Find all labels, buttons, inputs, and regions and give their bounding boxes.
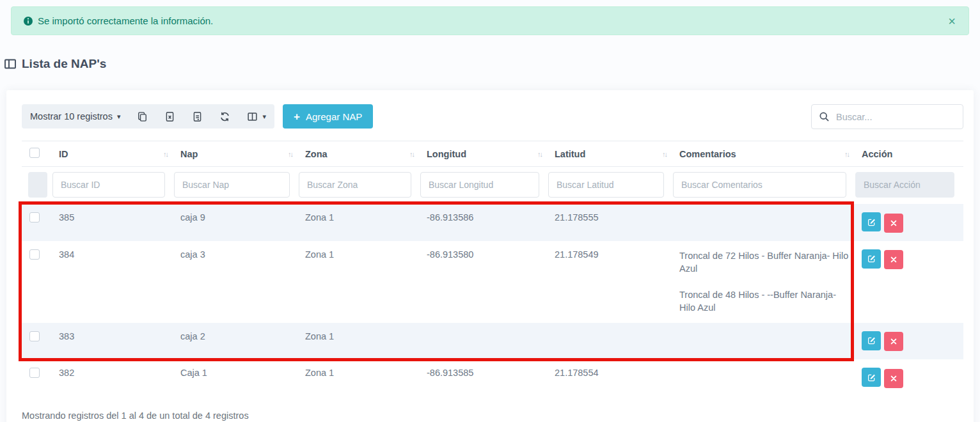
sort-icon: ↑↓ (537, 150, 542, 158)
nap-value: caja 3 (180, 249, 205, 260)
file-export-button[interactable] (184, 104, 211, 129)
zona-cell: Zona 1 (299, 323, 420, 360)
filter-blank-box (28, 172, 47, 198)
search-input[interactable] (811, 104, 963, 129)
excel-button[interactable] (156, 104, 184, 129)
search-icon (819, 111, 830, 122)
longitud-value: -86.913580 (427, 249, 473, 260)
delete-button[interactable] (884, 214, 903, 233)
delete-button[interactable] (884, 250, 903, 269)
id-cell: 385 (52, 204, 174, 241)
nap-cell: caja 9 (174, 204, 299, 241)
column-label: Comentarios (679, 149, 736, 159)
delete-button[interactable] (884, 332, 903, 351)
refresh-icon (219, 111, 230, 122)
column-header-id[interactable]: ID↑↓ (52, 141, 174, 167)
action-cell (855, 359, 963, 396)
copy-icon (137, 111, 148, 122)
latitud-cell: 21.178554 (548, 359, 673, 396)
latitud-value: 21.178549 (555, 249, 599, 260)
latitud-cell: 21.178549 (548, 241, 673, 323)
id-cell: 382 (52, 359, 174, 396)
column-label: Zona (305, 149, 328, 159)
length-menu-label: Mostrar 10 registros (30, 111, 113, 121)
table-row: 383caja 2Zona 1 (22, 323, 963, 360)
column-label: Acción (862, 149, 892, 159)
filter-input-latitud[interactable] (548, 172, 664, 198)
column-header-latitud[interactable]: Latitud↑↓ (548, 141, 673, 167)
row-checkbox[interactable] (29, 249, 40, 260)
row-checkbox[interactable] (29, 212, 40, 223)
filter-input-accion (855, 172, 954, 198)
latitud-cell (548, 323, 673, 360)
row-checkbox[interactable] (29, 331, 40, 341)
nap-cell: caja 3 (174, 241, 299, 323)
comment-text: Troncal de 48 Hilos - --Buffer Naranja- … (679, 288, 849, 315)
latitud-value: 21.178555 (555, 212, 599, 223)
page-title-text: Lista de NAP's (22, 57, 106, 71)
nap-value: caja 9 (180, 212, 205, 223)
copy-button[interactable] (129, 104, 156, 129)
column-header-zona[interactable]: Zona↑↓ (299, 141, 420, 167)
columns-icon (247, 111, 258, 122)
column-label: Nap (180, 149, 198, 159)
latitud-value: 21.178554 (555, 368, 599, 378)
nap-list-card: Mostrar 10 registros ▾ (6, 90, 974, 422)
select-all-checkbox[interactable] (29, 148, 40, 158)
filter-input-comentarios[interactable] (673, 172, 846, 198)
id-cell: 383 (52, 323, 174, 360)
excel-icon (164, 111, 175, 122)
refresh-button[interactable] (211, 104, 239, 129)
column-header-longitud[interactable]: Longitud↑↓ (420, 141, 548, 167)
id-value: 382 (59, 368, 74, 378)
column-header-nap[interactable]: Nap↑↓ (174, 141, 299, 167)
zona-value: Zona 1 (305, 212, 334, 223)
sort-icon: ↑↓ (662, 150, 667, 158)
records-info: Mostrando registros del 1 al 4 de un tot… (22, 410, 963, 421)
alert-close-button[interactable]: × (945, 13, 958, 29)
zona-cell: Zona 1 (299, 204, 420, 241)
success-alert: Se importó correctamente la información.… (11, 6, 969, 35)
sort-icon: ↑↓ (844, 150, 849, 158)
id-cell: 384 (52, 241, 174, 323)
comentarios-cell (673, 359, 855, 396)
delete-button[interactable] (884, 369, 903, 388)
filter-input-zona[interactable] (299, 172, 411, 198)
sort-icon: ↑↓ (409, 150, 414, 158)
latitud-cell: 21.178555 (548, 204, 673, 241)
row-checkbox[interactable] (29, 368, 40, 378)
column-label: Longitud (427, 149, 466, 159)
zona-cell: Zona 1 (299, 241, 420, 323)
length-menu-button[interactable]: Mostrar 10 registros ▾ (22, 104, 129, 129)
filter-input-longitud[interactable] (420, 172, 539, 198)
table-row: 385caja 9Zona 1-86.91358621.178555 (22, 204, 963, 241)
plus-icon: + (294, 111, 300, 122)
add-nap-button[interactable]: + Agregar NAP (283, 104, 373, 129)
id-value: 383 (59, 331, 74, 341)
file-icon (192, 111, 203, 122)
comentarios-cell (673, 204, 855, 241)
column-label: ID (59, 149, 68, 159)
edit-button[interactable] (862, 212, 881, 231)
filter-input-nap[interactable] (174, 172, 290, 198)
zona-value: Zona 1 (305, 249, 334, 260)
action-cell (855, 241, 963, 323)
filter-input-id[interactable] (52, 172, 165, 198)
comentarios-cell (673, 323, 855, 360)
edit-pencil-icon (867, 218, 876, 226)
search-box (811, 104, 963, 129)
id-value: 384 (59, 249, 74, 260)
column-visibility-button[interactable]: ▾ (239, 104, 274, 129)
table-row: 384caja 3Zona 1-86.91358021.178549Tronca… (22, 241, 963, 323)
chevron-down-icon: ▾ (117, 113, 121, 121)
longitud-cell (420, 323, 548, 360)
delete-x-icon (890, 338, 897, 345)
edit-button[interactable] (862, 331, 881, 350)
column-header-comentarios[interactable]: Comentarios↑↓ (673, 141, 855, 167)
nap-table: ID↑↓Nap↑↓Zona↑↓Longitud↑↓Latitud↑↓Coment… (22, 141, 963, 396)
edit-button[interactable] (862, 249, 881, 269)
table-toolbar: Mostrar 10 registros ▾ (22, 104, 963, 129)
edit-button[interactable] (862, 368, 881, 387)
edit-pencil-icon (867, 254, 876, 263)
zona-cell: Zona 1 (299, 359, 420, 396)
